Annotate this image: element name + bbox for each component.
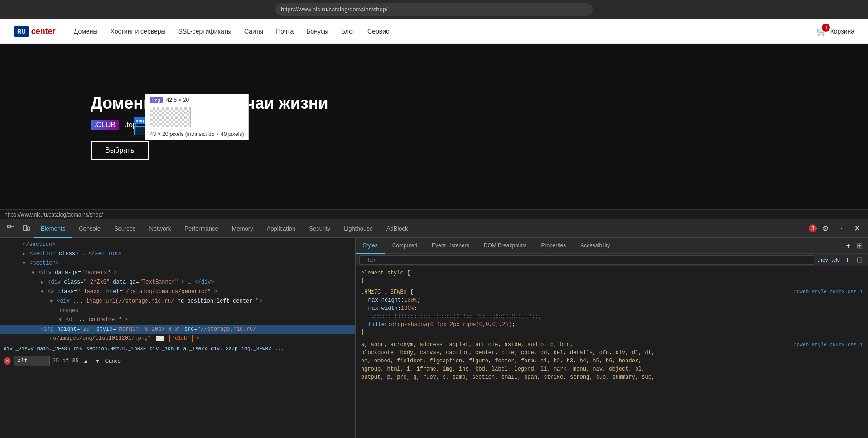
nav-link-sites[interactable]: Сайты [244, 28, 263, 35]
breadcrumb-div-3azp[interactable]: div.-3aZp [211, 346, 237, 351]
filter-bar: :hov .cls + ⊡ [356, 254, 868, 266]
html-line[interactable]: images [0, 306, 355, 315]
styles-right-actions: + ⊞ [844, 241, 868, 250]
styles-toolbar: Styles Computed Event Listeners DOM Brea… [356, 238, 868, 254]
styles-filter-input[interactable] [359, 255, 814, 265]
address-text: https://www.nic.ru/catalog/domains/shop/ [281, 6, 388, 13]
website-area: RU center Домены Хостинг и серверы SSL-с… [0, 19, 868, 209]
img-size-info: 43 × 20 pixels (intrinsic: 85 × 40 pixel… [150, 131, 244, 137]
nav-link-ssl[interactable]: SSL-сертификаты [178, 28, 231, 35]
breadcrumb-main-2fes6[interactable]: main._2FeS6 [37, 346, 70, 351]
html-line[interactable]: ▼ <d ... container" > [0, 315, 355, 325]
status-bar: https://www.nic.ru/catalog/domains/shop/ [0, 209, 868, 219]
styles-tab-computed[interactable]: Computed [385, 238, 424, 254]
nav-link-mail[interactable]: Почта [276, 28, 294, 35]
inspect-element-button[interactable] [4, 222, 18, 235]
status-url: https://www.nic.ru/catalog/domains/shop/ [5, 212, 103, 218]
tab-application[interactable]: Application [260, 219, 302, 238]
html-line[interactable]: ▼ <div data-qa="Banners" > [0, 268, 355, 278]
styles-tab-dom-breakpoints[interactable]: DOM Breakpoints [477, 238, 534, 254]
settings-button[interactable]: ⚙ [819, 221, 832, 236]
css-close-brace2: } [361, 329, 863, 335]
search-clear-button[interactable]: ✕ [4, 357, 11, 365]
tab-memory[interactable]: Memory [226, 219, 260, 238]
tab-sources[interactable]: Sources [108, 219, 142, 238]
css-element-source[interactable]: rcweb-style…c59b3.css:1 [794, 341, 863, 349]
html-line[interactable]: ▼ <div ... image:url(//storage.nic.ru/ n… [0, 297, 355, 306]
html-line[interactable]: ▼ <a class="_1sexx" href="/catalog/domai… [0, 287, 355, 297]
cart-container[interactable]: 🛒 0 Корзина [816, 26, 854, 37]
cart-badge: 0 [822, 24, 830, 32]
css-element-selector-start: a, abbr, acronym, address, applet, artic… [361, 342, 573, 348]
nav-link-blog[interactable]: Блог [341, 28, 355, 35]
css-element-selector-2: blockquote, body, canvas, caption, cente… [361, 350, 655, 356]
css-selector: element.style { [361, 270, 863, 276]
css-selector-hmz7c: .HMz7C ._3FWBx { rcweb-style…c59b3.css:1 [361, 289, 863, 295]
hero-select-button[interactable]: Выбрать [91, 141, 149, 160]
search-prev-button[interactable]: ▲ [82, 357, 91, 365]
css-prop-filter: filter : drop-shadow(0 1px 2px rgba(0,0,… [361, 321, 863, 329]
search-bar: ✕ 25 of 35 ▲ ▼ Cancel [0, 354, 355, 367]
devtools-toolbar: Elements Console Sources Network Perform… [0, 219, 868, 238]
img-dims: 42.5 × 20 [166, 97, 189, 103]
error-count-badge: 3 [809, 224, 817, 232]
selector-name: element.style [361, 270, 404, 276]
styles-tab-accessibility[interactable]: Accessibility [573, 238, 617, 254]
breadcrumb-section[interactable]: section.HMz7C._1bRXF [86, 346, 146, 351]
tab-console[interactable]: Console [72, 219, 107, 238]
cls-button[interactable]: .cls [832, 257, 840, 263]
more-options-button[interactable]: ⋮ [834, 221, 849, 236]
html-line-cont[interactable]: ru/images/png/club10112017.png" "club" > [0, 334, 355, 343]
nav-link-hosting[interactable]: Хостинг и серверы [110, 28, 165, 35]
search-cancel-button[interactable]: Cancel [105, 358, 121, 364]
address-bar[interactable]: https://www.nic.ru/catalog/domains/shop/ [275, 3, 593, 16]
css-element-selector-4: hgroup, html, i, iframe, img, ins, kbd, … [361, 366, 645, 372]
html-line[interactable]: ▶ <section class> … </section> [0, 249, 355, 259]
img-tooltip: img 42.5 × 20 43 × 20 pixels (intrinsic:… [145, 94, 249, 140]
html-line[interactable]: ▶ <div class="_2hZkG" data-qa="TextBanne… [0, 278, 355, 287]
hov-button[interactable]: :hov [818, 257, 828, 263]
device-toggle-button[interactable] [19, 222, 34, 235]
add-style-rule-button[interactable]: + [844, 256, 851, 264]
tab-network[interactable]: Network [143, 219, 178, 238]
css-rule-element-style: element.style { } [361, 270, 863, 284]
tab-elements[interactable]: Elements [34, 219, 72, 238]
html-line-selected[interactable]: <img height="20" style="margin: 0 20px 0… [0, 325, 355, 334]
breadcrumb-div[interactable]: div [74, 346, 83, 351]
tab-performance[interactable]: Performance [178, 219, 224, 238]
nav-link-service[interactable]: Сервис [367, 28, 389, 35]
toggle-panel-button[interactable]: ⊡ [855, 255, 864, 264]
search-next-button[interactable]: ▼ [93, 357, 102, 365]
elements-panel[interactable]: </section> ▶ <section class> … </section… [0, 238, 356, 438]
cart-label: Корзина [830, 28, 854, 35]
search-input[interactable] [14, 356, 50, 366]
breadcrumb-div-1khin[interactable]: div._1khIn [149, 346, 179, 351]
tab-adblock[interactable]: AdBlock [380, 219, 415, 238]
nav-link-bonuses[interactable]: Бонусы [306, 28, 328, 35]
logo-center: center [31, 27, 56, 36]
breadcrumb-img-3fwbx[interactable]: img._3FWBx [241, 346, 271, 351]
tab-security[interactable]: Security [303, 219, 337, 238]
styles-tab-properties[interactable]: Properties [534, 238, 573, 254]
dt-right-actions: 3 ⚙ ⋮ ✕ [809, 221, 864, 236]
html-line[interactable]: </section> [0, 240, 355, 249]
svg-rect-2 [24, 225, 27, 231]
css-source-link[interactable]: rcweb-style…c59b3.css:1 [794, 289, 863, 294]
tab-lighthouse[interactable]: Lighthouse [338, 219, 379, 238]
styles-tab-styles[interactable]: Styles [356, 238, 385, 254]
breadcrumb-more[interactable]: ... [275, 346, 284, 351]
devtools-close-button[interactable]: ✕ [850, 221, 864, 235]
add-rule-button[interactable]: + [844, 242, 852, 250]
css-rule-hmz7c: .HMz7C ._3FWBx { rcweb-style…c59b3.css:1… [361, 289, 863, 335]
breadcrumb-div-2iswy[interactable]: div._2isWy [4, 346, 34, 351]
expand-pane-button[interactable]: ⊞ [855, 241, 864, 250]
hero-section: img 42.5 × 20 43 × 20 pixels (intrinsic:… [0, 44, 868, 209]
breadcrumb-a-1sexx[interactable]: a._1sexx [183, 346, 207, 351]
css-prop-webkit-filter: -webkit-filter : drop-shadow(0 1px 2px r… [361, 313, 863, 321]
styles-tab-event-listeners[interactable]: Event Listeners [424, 238, 477, 254]
selector-name-hmz7c: .HMz7C ._3FWBx [361, 289, 407, 295]
html-line[interactable]: ▼ <section> [0, 259, 355, 268]
nav-link-domains[interactable]: Домены [74, 28, 98, 35]
styles-panel: Styles Computed Event Listeners DOM Brea… [356, 238, 868, 438]
devtools: Elements Console Sources Network Perform… [0, 219, 868, 438]
